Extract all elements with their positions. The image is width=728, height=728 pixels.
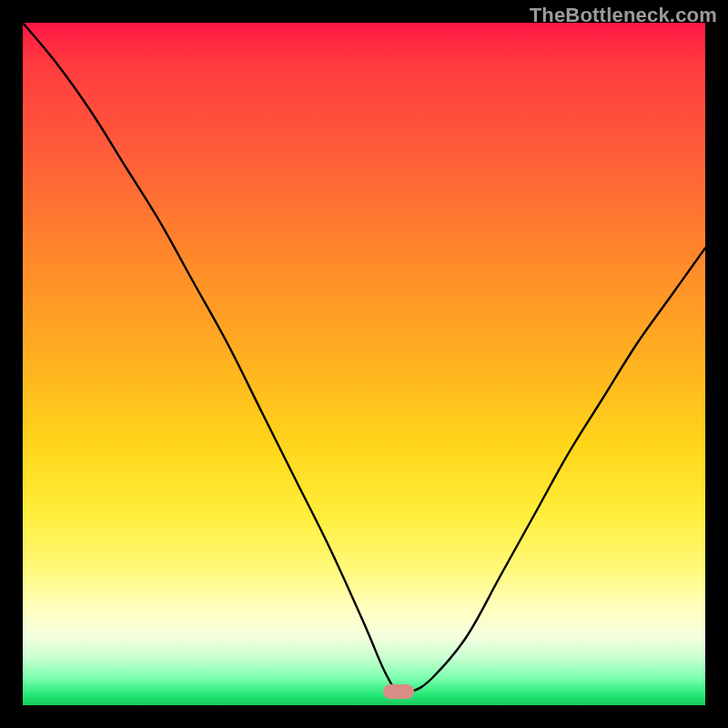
bottleneck-curve xyxy=(23,23,705,705)
plot-area xyxy=(23,23,705,705)
chart-frame: TheBottleneck.com xyxy=(0,0,728,728)
optimal-point-marker xyxy=(383,684,414,699)
watermark-text: TheBottleneck.com xyxy=(530,4,717,27)
